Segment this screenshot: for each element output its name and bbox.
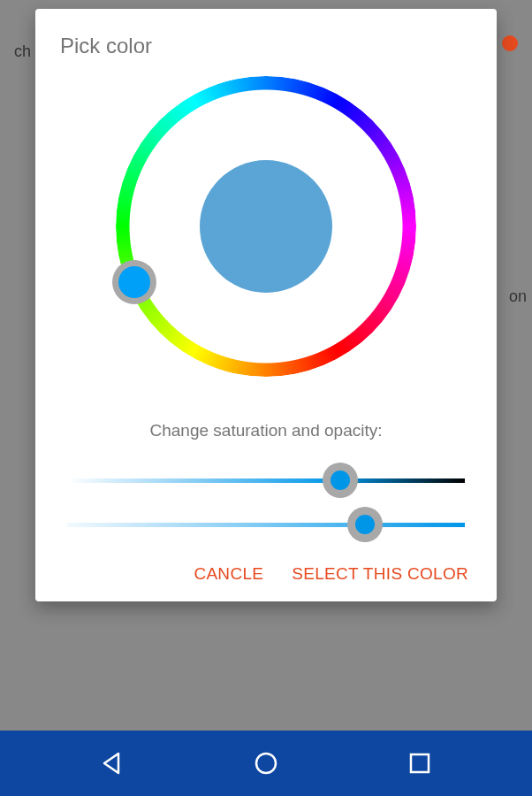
hue-wheel[interactable] xyxy=(116,76,416,377)
dialog-title: Pick color xyxy=(60,34,472,58)
color-wheel-container xyxy=(60,67,472,394)
cancel-button[interactable]: CANCLE xyxy=(194,564,263,584)
opacity-slider[interactable] xyxy=(60,509,472,540)
selected-color-preview xyxy=(200,160,332,293)
saturation-handle[interactable] xyxy=(331,471,350,490)
background-text-left: ch xyxy=(14,42,31,61)
opacity-handle[interactable] xyxy=(355,515,375,534)
select-color-button[interactable]: SELECT THIS COLOR xyxy=(292,564,468,584)
saturation-slider[interactable] xyxy=(60,465,472,495)
opacity-track xyxy=(67,523,465,527)
background-accent-dot xyxy=(502,35,518,51)
android-navigation-bar xyxy=(0,731,532,796)
svg-point-0 xyxy=(256,754,276,773)
color-picker-dialog: Pick color Change saturation and opacity… xyxy=(35,9,497,601)
sliders-label: Change saturation and opacity: xyxy=(60,421,472,440)
background-text-right: on xyxy=(509,287,527,306)
hue-handle[interactable] xyxy=(118,266,150,298)
home-icon[interactable] xyxy=(253,750,279,777)
back-icon[interactable] xyxy=(99,750,125,777)
svg-rect-1 xyxy=(411,754,429,772)
recents-icon[interactable] xyxy=(407,750,433,777)
saturation-track xyxy=(67,478,465,483)
dialog-button-row: CANCLE SELECT THIS COLOR xyxy=(60,564,472,584)
